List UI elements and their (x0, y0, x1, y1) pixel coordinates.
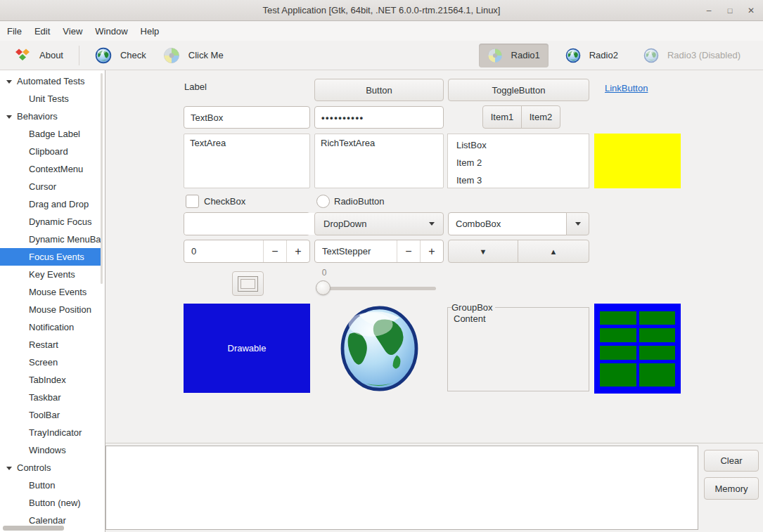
numeric-stepper-value[interactable]: 0 (184, 240, 263, 262)
rich-textarea[interactable]: RichTextArea (314, 134, 444, 188)
expander-icon[interactable] (6, 115, 12, 119)
sidebar-item-contextmenu[interactable]: ContextMenu (0, 160, 102, 178)
sidebar-item-label: Focus Events (29, 252, 84, 262)
stepper-minus-button[interactable]: − (397, 240, 420, 262)
toolbar-button-click-me[interactable]: Click Me (155, 44, 232, 67)
arrow-down-icon (575, 222, 581, 226)
horizontal-scrollbar-thumb[interactable] (3, 526, 64, 531)
text-stepper-value[interactable]: TextStepper (315, 240, 397, 262)
list-item[interactable]: Item 2 (448, 154, 589, 171)
grid-cell (600, 363, 636, 387)
sidebar-item-label: Taskbar (29, 392, 61, 403)
drawable-canvas[interactable]: Drawable (184, 304, 310, 393)
button-control[interactable]: Button (314, 79, 444, 101)
up-arrow-button[interactable]: ▲ (518, 240, 589, 263)
slider-value: 0 (316, 268, 332, 278)
dropdown-control[interactable]: DropDown (314, 212, 444, 235)
menu-item-window[interactable]: Window (89, 22, 134, 41)
bordered-small-button[interactable] (232, 271, 264, 296)
expander-icon[interactable] (6, 467, 12, 470)
menu-item-view[interactable]: View (56, 22, 89, 41)
sidebar-item-dynamic-menuba[interactable]: Dynamic MenuBa (0, 231, 102, 248)
toolbar-left: AboutCheckClick Me (6, 41, 232, 70)
sidebar-item-taskbar[interactable]: Taskbar (0, 389, 102, 406)
color-wheel-icon (487, 48, 503, 63)
sidebar-item-tabindex[interactable]: TabIndex (0, 371, 102, 389)
sidebar-item-label: Screen (29, 357, 58, 368)
groupbox-content: Content (454, 313, 486, 324)
grid-cell (600, 311, 636, 325)
segment-button-item2[interactable]: Item2 (521, 105, 560, 129)
vertical-scrollbar[interactable] (101, 73, 103, 284)
radio-button-input[interactable] (316, 195, 330, 208)
editable-combobox[interactable] (184, 212, 310, 235)
list-item[interactable]: ListBox (448, 136, 589, 154)
sidebar-item-badge-label[interactable]: Badge Label (0, 125, 102, 143)
toolbar-button-about[interactable]: About (6, 44, 72, 67)
tree-items: Automated TestsUnit TestsBehaviorsBadge … (0, 72, 102, 529)
toolbar-button-check[interactable]: Check (86, 44, 155, 67)
sidebar-item-drag-and-drop[interactable]: Drag and Drop (0, 195, 102, 213)
sidebar-item-key-events[interactable]: Key Events (0, 266, 102, 283)
sidebar-item-cursor[interactable]: Cursor (0, 178, 102, 195)
link-button[interactable]: LinkButton (605, 82, 648, 96)
minimize-button[interactable]: – (704, 0, 714, 21)
toolbar-separator (79, 46, 79, 65)
expander-icon[interactable] (6, 80, 12, 84)
sidebar-item-trayindicator[interactable]: TrayIndicator (0, 424, 102, 441)
stepper-plus-button[interactable]: + (286, 240, 309, 262)
text-stepper: TextStepper − + (314, 240, 444, 263)
textarea[interactable]: TextArea (184, 134, 310, 188)
sidebar-item-behaviors[interactable]: Behaviors (0, 108, 102, 125)
sidebar-item-restart[interactable]: Restart (0, 336, 102, 353)
sidebar-item-label: Cursor (29, 181, 56, 192)
toggle-button[interactable]: ToggleButton (448, 79, 589, 101)
combobox-value[interactable]: ComboBox (448, 212, 567, 235)
menu-item-help[interactable]: Help (134, 22, 166, 41)
slider-track[interactable] (316, 287, 436, 290)
sidebar-item-unit-tests[interactable]: Unit Tests (0, 90, 102, 108)
sidebar-item-controls[interactable]: Controls (0, 459, 102, 476)
stepper-minus-button[interactable]: − (263, 240, 286, 262)
window-controls: – □ ✕ (704, 0, 756, 21)
down-arrow-button[interactable]: ▼ (448, 240, 518, 263)
clear-button[interactable]: Clear (704, 450, 759, 472)
stepper-plus-button[interactable]: + (420, 240, 443, 262)
close-button[interactable]: ✕ (746, 0, 756, 21)
sidebar-item-mouse-position[interactable]: Mouse Position (0, 301, 102, 318)
maximize-button[interactable]: □ (725, 0, 735, 21)
checkbox-input[interactable] (186, 195, 199, 208)
sidebar-tree: Automated TestsUnit TestsBehaviorsBadge … (0, 70, 105, 532)
menu-item-file[interactable]: File (1, 22, 28, 41)
sidebar-item-label: Badge Label (29, 129, 80, 139)
sidebar-item-button[interactable]: Button (0, 476, 102, 494)
sidebar-item-button-new[interactable]: Button (new) (0, 494, 102, 512)
password-input[interactable] (314, 106, 444, 129)
sidebar-item-mouse-events[interactable]: Mouse Events (0, 283, 102, 301)
toolbar-radio-radio2[interactable]: Radio2 (557, 44, 627, 67)
sidebar-item-toolbar[interactable]: ToolBar (0, 406, 102, 424)
sidebar-item-automated-tests[interactable]: Automated Tests (0, 72, 102, 90)
menubar: FileEditViewWindowHelp (0, 22, 763, 41)
log-output[interactable] (105, 446, 698, 530)
toolbar-button-label: About (39, 50, 63, 60)
sidebar-item-windows[interactable]: Windows (0, 441, 102, 459)
toolbar-radio-radio1[interactable]: Radio1 (479, 44, 549, 67)
sidebar-item-clipboard[interactable]: Clipboard (0, 143, 102, 160)
menu-item-edit[interactable]: Edit (28, 22, 56, 41)
sidebar-item-screen[interactable]: Screen (0, 353, 102, 371)
sidebar-item-label: Automated Tests (17, 76, 85, 86)
toolbar-radio-label: Radio1 (511, 50, 540, 60)
textbox-input[interactable] (184, 106, 310, 129)
editable-combobox-input[interactable] (184, 213, 321, 235)
sidebar-item-notification[interactable]: Notification (0, 318, 102, 336)
memory-button[interactable]: Memory (704, 477, 759, 500)
slider-thumb[interactable] (316, 280, 331, 295)
sidebar-item-dynamic-focus[interactable]: Dynamic Focus (0, 213, 102, 231)
combobox-dropdown-button[interactable] (566, 212, 589, 235)
titlebar: Test Application [Gtk, 64bit, .NET 6.0.0… (0, 0, 763, 21)
list-item[interactable]: Item 3 (448, 171, 589, 188)
segment-button-item1[interactable]: Item1 (482, 105, 522, 129)
listbox: ListBoxItem 2Item 3 (447, 134, 589, 188)
sidebar-item-focus-events[interactable]: Focus Events (0, 248, 102, 266)
